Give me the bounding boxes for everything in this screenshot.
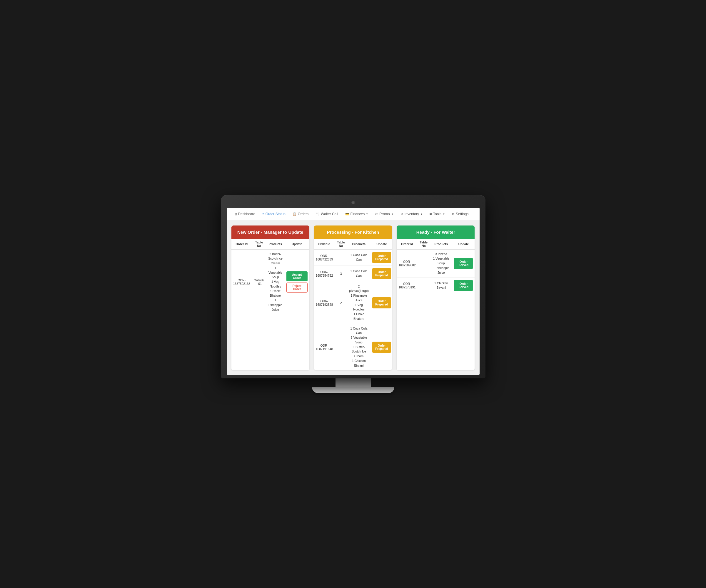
ready-col-table-no: TableNo bbox=[418, 239, 430, 249]
nav-order-status[interactable]: ≡ Order Status bbox=[259, 210, 288, 218]
products-cell: 2 piizaaa(Large) 1 Pineapple Juice 1 Veg… bbox=[347, 282, 370, 324]
reject-order-button[interactable]: Reject Order bbox=[286, 282, 308, 292]
monitor-frame: ⊞ Dashboard ≡ Order Status 📋 Orders 🍴 Wa… bbox=[221, 195, 485, 379]
order-id-cell: ODR-1687178191 bbox=[397, 278, 417, 294]
waiter-call-icon: 🍴 bbox=[315, 212, 320, 216]
table-row: ODR-1687189802 3 Pizzaa 1 Vegetable Soup… bbox=[397, 249, 475, 278]
new-order-header: New Order - Manager to Update bbox=[231, 226, 309, 239]
navbar: ⊞ Dashboard ≡ Order Status 📋 Orders 🍴 Wa… bbox=[227, 208, 480, 221]
order-served-button-2[interactable]: Order Served bbox=[454, 280, 473, 291]
promo-icon: 🏷 bbox=[375, 212, 378, 216]
new-order-col-products: Products bbox=[266, 239, 285, 249]
processing-col-order-id: Order Id bbox=[314, 239, 335, 249]
processing-header: Processing - For Kitchen bbox=[314, 226, 392, 239]
nav-promo[interactable]: 🏷 Promo ▾ bbox=[372, 210, 396, 218]
table-row: ODR-1687502168 Outside- 01 2 Butter-Scot… bbox=[231, 249, 309, 314]
update-cell: Order Prepared bbox=[370, 249, 392, 266]
nav-waiter-call-label: Waiter Call bbox=[321, 212, 338, 216]
order-id-cell: ODR-1687502168 bbox=[231, 249, 252, 314]
nav-order-status-label: Order Status bbox=[266, 212, 285, 216]
inventory-icon: 🖥 bbox=[400, 212, 403, 216]
table-row: ODR-1687354752 3 1 Coca Cola Can Order P… bbox=[314, 266, 392, 282]
table-no-cell bbox=[418, 278, 430, 294]
products-cell: 2 Butter-Scotch Ice Cream 1 Vegetable So… bbox=[266, 249, 285, 314]
order-served-button-1[interactable]: Order Served bbox=[454, 258, 473, 269]
table-no-cell bbox=[335, 324, 347, 370]
order-prepared-button-1[interactable]: Order Prepared bbox=[372, 252, 391, 263]
settings-icon: ⚙ bbox=[452, 212, 455, 216]
nav-tools[interactable]: ✖ Tools ▾ bbox=[426, 210, 447, 218]
nav-promo-label: Promo bbox=[379, 212, 390, 216]
ready-column: Ready - For Waiter Order Id TableNo Prod… bbox=[397, 226, 475, 370]
table-row: ODR-1687192528 2 2 piizaaa(Large) 1 Pine… bbox=[314, 282, 392, 324]
processing-col-update: Update bbox=[370, 239, 392, 249]
products-cell: 1 Coca Cola Can 3 Vegetable Soup 1 Butte… bbox=[347, 324, 370, 370]
new-order-col-update: Update bbox=[285, 239, 309, 249]
tools-icon: ✖ bbox=[429, 212, 432, 216]
table-row: ODR-1687178191 1 Chicken Biryani Order S… bbox=[397, 278, 475, 294]
nav-inventory-label: Inventory bbox=[404, 212, 419, 216]
order-id-cell: ODR-1687192528 bbox=[314, 282, 335, 324]
products-cell: 1 Chicken Biryani bbox=[430, 278, 452, 294]
camera-dot bbox=[352, 201, 354, 204]
table-no-cell: 3 bbox=[335, 266, 347, 282]
monitor-stand-base bbox=[312, 387, 394, 393]
order-prepared-button-2[interactable]: Order Prepared bbox=[372, 268, 391, 279]
table-no-cell bbox=[335, 249, 347, 266]
order-status-icon: ≡ bbox=[262, 212, 264, 216]
nav-orders[interactable]: 📋 Orders bbox=[290, 210, 312, 218]
processing-col-table-no: TableNo bbox=[335, 239, 347, 249]
nav-dashboard-label: Dashboard bbox=[238, 212, 256, 216]
nav-tools-label: Tools bbox=[433, 212, 441, 216]
table-no-cell: Outside- 01 bbox=[252, 249, 266, 314]
finances-icon: 💳 bbox=[345, 212, 349, 216]
ready-header: Ready - For Waiter bbox=[397, 226, 475, 239]
order-prepared-button-4[interactable]: Order Prepared bbox=[372, 342, 391, 353]
inventory-caret: ▾ bbox=[421, 212, 422, 215]
nav-settings-label: Settings bbox=[456, 212, 468, 216]
products-cell: 3 Pizzaa 1 Vegetable Soup 1 Pineapple Ju… bbox=[430, 249, 452, 278]
update-cell: Order Served bbox=[452, 249, 475, 278]
ready-col-products: Products bbox=[430, 239, 452, 249]
order-id-cell: ODR-1687422539 bbox=[314, 249, 335, 266]
new-order-column: New Order - Manager to Update Order Id T… bbox=[231, 226, 309, 370]
dashboard-icon: ⊞ bbox=[234, 212, 237, 216]
table-row: ODR-1687191848 1 Coca Cola Can 3 Vegetab… bbox=[314, 324, 392, 370]
nav-orders-label: Orders bbox=[298, 212, 309, 216]
ready-col-update: Update bbox=[452, 239, 475, 249]
nav-finances-label: Finances bbox=[351, 212, 365, 216]
monitor-bezel-top bbox=[227, 200, 480, 205]
table-row: ODR-1687422539 1 Coca Cola Can Order Pre… bbox=[314, 249, 392, 266]
update-cell: Order Served bbox=[452, 278, 475, 294]
update-cell: Order Prepared bbox=[370, 324, 392, 370]
accept-order-button[interactable]: Accept Order bbox=[286, 271, 308, 281]
new-order-col-order-id: Order Id bbox=[231, 239, 252, 249]
processing-column: Processing - For Kitchen Order Id TableN… bbox=[314, 226, 392, 370]
order-id-cell: ODR-1687189802 bbox=[397, 249, 417, 278]
processing-col-products: Products bbox=[347, 239, 370, 249]
order-prepared-button-3[interactable]: Order Prepared bbox=[372, 297, 391, 308]
ready-table: Order Id TableNo Products Update ODR-168… bbox=[397, 239, 475, 294]
monitor-screen: ⊞ Dashboard ≡ Order Status 📋 Orders 🍴 Wa… bbox=[227, 208, 480, 375]
monitor-stand-neck bbox=[336, 378, 371, 387]
update-cell: Accept Order Reject Order bbox=[285, 249, 309, 314]
products-cell: 1 Coca Cola Can bbox=[347, 266, 370, 282]
main-content: New Order - Manager to Update Order Id T… bbox=[227, 221, 480, 375]
finances-caret: ▾ bbox=[366, 212, 368, 215]
update-cell: Order Prepared bbox=[370, 266, 392, 282]
nav-settings[interactable]: ⚙ Settings bbox=[449, 210, 471, 218]
nav-inventory[interactable]: 🖥 Inventory ▾ bbox=[397, 210, 425, 218]
nav-finances[interactable]: 💳 Finances ▾ bbox=[342, 210, 371, 218]
orders-icon: 📋 bbox=[292, 212, 297, 216]
promo-caret: ▾ bbox=[392, 212, 393, 215]
table-no-cell: 2 bbox=[335, 282, 347, 324]
nav-dashboard[interactable]: ⊞ Dashboard bbox=[231, 210, 259, 218]
products-cell: 1 Coca Cola Can bbox=[347, 249, 370, 266]
table-no-cell bbox=[418, 249, 430, 278]
monitor-container: ⊞ Dashboard ≡ Order Status 📋 Orders 🍴 Wa… bbox=[221, 195, 485, 393]
order-id-cell: ODR-1687191848 bbox=[314, 324, 335, 370]
new-order-col-table-no: TableNo bbox=[252, 239, 266, 249]
nav-waiter-call[interactable]: 🍴 Waiter Call bbox=[313, 210, 341, 218]
processing-table: Order Id TableNo Products Update ODR-168… bbox=[314, 239, 392, 370]
app-container: ⊞ Dashboard ≡ Order Status 📋 Orders 🍴 Wa… bbox=[227, 208, 480, 375]
